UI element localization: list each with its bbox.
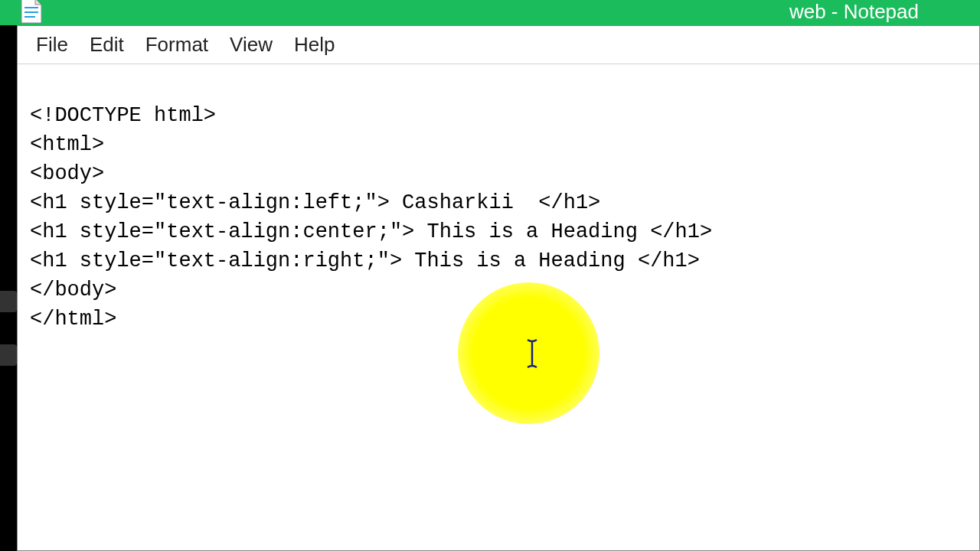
code-line: <h1 style="text-align:right;"> This is a… bbox=[30, 249, 700, 272]
menu-help[interactable]: Help bbox=[283, 30, 345, 60]
code-line: <body> bbox=[30, 162, 104, 185]
menu-file[interactable]: File bbox=[25, 30, 79, 60]
code-line: <h1 style="text-align:center;"> This is … bbox=[30, 220, 712, 243]
menubar: File Edit Format View Help bbox=[18, 26, 979, 64]
code-line: <html> bbox=[30, 133, 104, 156]
titlebar[interactable]: web - Notepad bbox=[0, 0, 980, 25]
client-area: File Edit Format View Help <!DOCTYPE htm… bbox=[17, 25, 980, 551]
window-title: web - Notepad bbox=[789, 0, 919, 24]
code-line: </body> bbox=[30, 279, 116, 302]
text-editor[interactable]: <!DOCTYPE html> <html> <body> <h1 style=… bbox=[18, 64, 979, 550]
menu-format[interactable]: Format bbox=[135, 30, 219, 60]
menu-view[interactable]: View bbox=[219, 30, 283, 60]
menu-edit[interactable]: Edit bbox=[79, 30, 135, 60]
code-line: </html> bbox=[30, 308, 116, 331]
cursor-highlight bbox=[458, 282, 599, 424]
text-cursor-icon bbox=[527, 338, 537, 369]
code-line: <h1 style="text-align:left;"> Casharkii … bbox=[30, 191, 600, 214]
left-edge-shadow bbox=[0, 0, 17, 551]
code-line: <!DOCTYPE html> bbox=[30, 104, 216, 127]
